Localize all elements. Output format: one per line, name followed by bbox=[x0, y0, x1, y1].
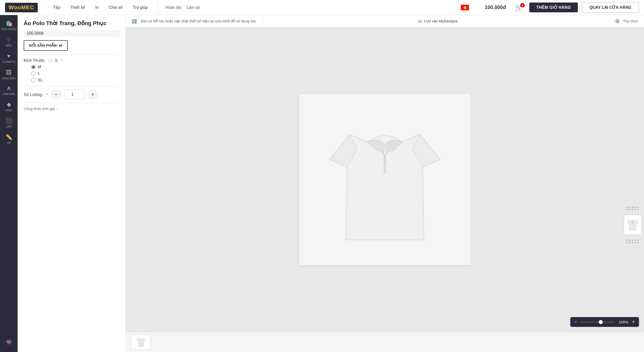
topnav: WooMEC Tệp Thiết kế In Chia sẻ Trợ giúp … bbox=[0, 0, 644, 15]
text-icon: A bbox=[7, 86, 11, 91]
dot bbox=[632, 209, 633, 210]
shapes-icon: ◆ bbox=[7, 101, 11, 108]
icon-sidebar: 🛍️ SẢN PHẨM ☆ MẪU ♥ CLIPARTS 🖼 HÌNH ẢNH … bbox=[0, 15, 18, 352]
svg-point-0 bbox=[633, 223, 633, 223]
dot bbox=[637, 239, 639, 241]
sidebar-item-cliparts[interactable]: ♥ CLIPARTS bbox=[0, 50, 18, 66]
sidebar-item-settings[interactable]: 👾 bbox=[0, 336, 18, 348]
zoom-percent: 108% bbox=[617, 320, 629, 324]
size-radio-m[interactable] bbox=[31, 65, 36, 69]
sidebar-label-template: MẪU bbox=[6, 44, 12, 47]
sidebar-item-layers[interactable]: ⬛ LỚP bbox=[0, 115, 18, 131]
thumb-dots-bottom bbox=[626, 239, 639, 243]
sidebar-label-text: VĂN BẢN bbox=[3, 92, 15, 96]
info-icon: ℹ️ bbox=[132, 19, 137, 24]
canvas-bottom-strip bbox=[126, 332, 644, 352]
product-icon: 🛍️ bbox=[6, 20, 12, 27]
nav-right: 100,000đ 🛒 1 THÊM GIỎ HÀNG QUAY LẠI CỬA … bbox=[461, 2, 639, 13]
sidebar-item-text[interactable]: A VĂN BẢN bbox=[0, 83, 18, 98]
size-radio-l[interactable] bbox=[31, 71, 36, 76]
product-panel: Áo Polo Thời Trang, Đồng Phục 100,000đ Đ… bbox=[18, 15, 126, 352]
price-divider bbox=[475, 4, 476, 11]
menu-help[interactable]: Trợ giúp bbox=[128, 0, 153, 15]
thumbnail-front[interactable] bbox=[624, 215, 642, 235]
save-mydesigns-label: Lưu vào MyDesigns bbox=[424, 19, 458, 23]
dot bbox=[626, 239, 628, 241]
divider-info bbox=[263, 18, 263, 24]
price-formula-link[interactable]: Công thức tính giá › bbox=[24, 107, 119, 111]
dot bbox=[632, 242, 633, 243]
size-required: * bbox=[61, 59, 62, 63]
canvas-info-text: Bạn có thể lưu hoặc cập nhật thiết kế hi… bbox=[141, 19, 256, 23]
zoom-in-button[interactable]: + bbox=[632, 319, 635, 325]
dot bbox=[626, 209, 628, 210]
cart-button[interactable]: 🛒 1 bbox=[513, 4, 525, 11]
layers-icon: ⬛ bbox=[6, 118, 12, 124]
dot bbox=[637, 207, 639, 208]
bottom-thumb-item[interactable] bbox=[131, 335, 151, 350]
menu-file[interactable]: Tệp bbox=[48, 0, 65, 15]
dot bbox=[629, 239, 630, 241]
flag-icon bbox=[461, 5, 469, 10]
qty-label: Số Lượng: bbox=[24, 92, 43, 97]
dot bbox=[634, 242, 636, 243]
size-radio-s[interactable] bbox=[49, 59, 52, 62]
logo-text: WooMEC bbox=[9, 4, 34, 11]
sidebar-item-draw[interactable]: ✏️ VẼ bbox=[0, 131, 18, 147]
back-to-store-button[interactable]: QUAY LẠI CỬA HÀNG bbox=[582, 2, 639, 13]
menu-print[interactable]: In bbox=[90, 0, 104, 15]
qty-decrease-button[interactable]: − bbox=[51, 90, 61, 99]
zoom-bar: − 108% + bbox=[570, 317, 639, 327]
nav-separator bbox=[158, 0, 158, 15]
qty-input[interactable] bbox=[64, 90, 85, 99]
sidebar-item-images[interactable]: 🖼 HÌNH ẢNH bbox=[0, 67, 18, 83]
panel-divider-3 bbox=[24, 103, 119, 103]
sidebar-item-shapes[interactable]: ◆ HÌNH bbox=[0, 99, 18, 115]
sidebar-item-template[interactable]: ☆ MẪU bbox=[0, 34, 18, 50]
dot bbox=[626, 242, 628, 243]
sidebar-bottom: 👾 bbox=[0, 336, 18, 352]
svg-rect-4 bbox=[384, 160, 386, 162]
panel-divider-1 bbox=[24, 54, 119, 55]
nav-divider bbox=[45, 3, 46, 12]
size-row-l: L bbox=[31, 71, 119, 76]
size-option-l: L bbox=[38, 71, 40, 76]
main-layout: 🛍️ SẢN PHẨM ☆ MẪU ♥ CLIPARTS 🖼 HÌNH ẢNH … bbox=[0, 15, 644, 352]
redo-button[interactable]: Làm lại bbox=[184, 5, 203, 10]
canvas-main[interactable]: − 108% + bbox=[126, 27, 644, 332]
view-toggle-button[interactable]: ⊞ bbox=[615, 18, 620, 24]
zoom-out-button[interactable]: − bbox=[574, 319, 577, 325]
price-formula-label: Công thức tính giá bbox=[24, 107, 55, 111]
qty-section: Số Lượng: * − + bbox=[24, 90, 119, 99]
zoom-thumb[interactable] bbox=[599, 320, 603, 324]
size-label: Kích Thước: bbox=[24, 58, 46, 63]
shirt-canvas[interactable] bbox=[299, 94, 470, 265]
menu-share[interactable]: Chia sẻ bbox=[104, 0, 128, 15]
change-product-button[interactable]: ĐỔI SẢN PHẨM ⇄ bbox=[24, 40, 68, 51]
dot bbox=[626, 207, 628, 208]
dot bbox=[632, 207, 633, 208]
size-option-s: S bbox=[55, 58, 58, 63]
size-radio-xl[interactable] bbox=[31, 78, 36, 82]
change-product-label: ĐỔI SẢN PHẨM bbox=[29, 43, 57, 48]
size-row-m: M bbox=[31, 65, 119, 69]
dot bbox=[629, 207, 630, 208]
size-row-header: Kích Thước: S * bbox=[24, 58, 119, 63]
sidebar-item-product[interactable]: 🛍️ SẢN PHẨM bbox=[0, 18, 18, 33]
logo: WooMEC bbox=[5, 3, 38, 12]
dot bbox=[634, 209, 636, 210]
menu-design[interactable]: Thiết kế bbox=[65, 0, 90, 15]
settings-icon: 👾 bbox=[6, 339, 12, 345]
zoom-slider[interactable] bbox=[580, 322, 615, 323]
save-mydesigns-button[interactable]: 🗂 Lưu vào MyDesigns bbox=[418, 19, 458, 23]
add-to-cart-button[interactable]: THÊM GIỎ HÀNG bbox=[529, 3, 578, 12]
nav-menu: Tệp Thiết kế In Chia sẻ Trợ giúp bbox=[48, 0, 153, 15]
svg-point-1 bbox=[633, 224, 633, 224]
panel-divider-2 bbox=[24, 86, 119, 86]
size-option-xl: XL bbox=[38, 78, 43, 82]
sidebar-label-product: SẢN PHẨM bbox=[2, 28, 16, 31]
undo-button[interactable]: Hoàn tác bbox=[163, 5, 184, 10]
sidebar-label-layers: LỚP bbox=[6, 125, 12, 128]
images-icon: 🖼 bbox=[6, 69, 12, 76]
qty-increase-button[interactable]: + bbox=[88, 90, 98, 99]
